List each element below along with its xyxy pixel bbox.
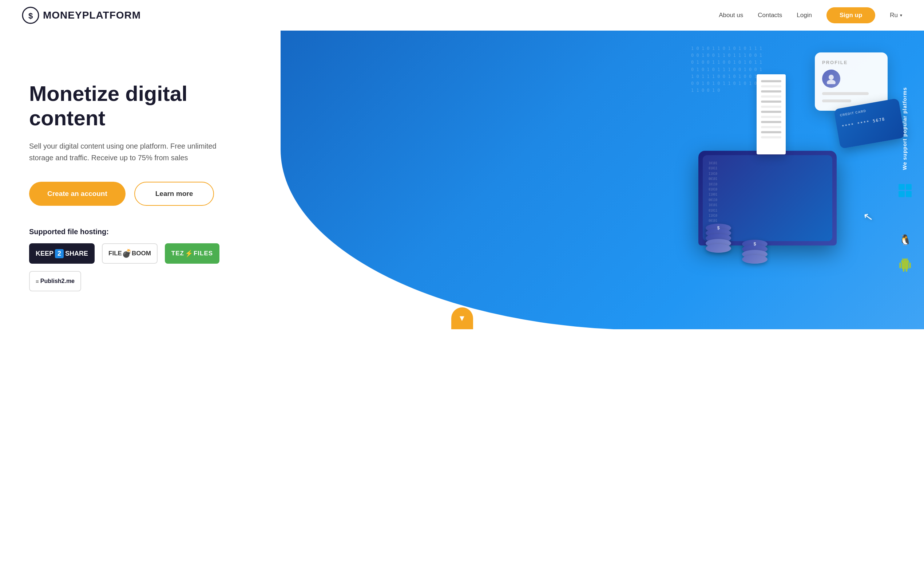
nav-contacts[interactable]: Contacts (758, 11, 782, 19)
nav-about[interactable]: About us (719, 11, 743, 19)
platform-sidebar: We support popular platforms 🐧 (897, 87, 924, 273)
linux-icon: 🐧 (897, 232, 913, 248)
profile-avatar (822, 70, 840, 88)
hosting-logos: KEEP 2 SHARE FILE 💣 BOOM TEZ ⚡ FILES (29, 243, 233, 291)
nav-login[interactable]: Login (797, 11, 812, 19)
scroll-arrow-icon: ▼ (458, 313, 466, 323)
learn-more-button[interactable]: Learn more (134, 182, 214, 206)
apple-icon (897, 207, 913, 223)
create-account-button[interactable]: Create an account (29, 182, 126, 206)
scroll-indicator[interactable]: ▼ (451, 307, 473, 329)
hero-subtitle: Sell your digital content using one plat… (29, 140, 233, 164)
cursor-icon: ↖ (862, 209, 874, 224)
svg-point-3 (827, 80, 835, 84)
hero-buttons: Create an account Learn more (29, 182, 233, 206)
header: $ MONEYPLATFORM About us Contacts Login … (0, 0, 924, 31)
receipt-illustration (757, 74, 786, 154)
hero-section: Monetize digital content Sell your digit… (0, 31, 924, 329)
language-label: Ru (890, 11, 898, 19)
signup-button[interactable]: Sign up (827, 7, 875, 23)
user-icon (826, 73, 837, 84)
logo[interactable]: $ MONEYPLATFORM (22, 6, 141, 24)
coin-stack-1: $ (706, 227, 731, 253)
hosting-section: Supported file hosting: KEEP 2 SHARE FIL… (29, 227, 233, 291)
windows-icon (897, 182, 913, 198)
svg-text:$: $ (28, 11, 33, 20)
tezfiles-logo: TEZ ⚡ FILES (165, 243, 220, 264)
svg-point-2 (829, 75, 834, 80)
keep2share-logo: KEEP 2 SHARE (29, 243, 95, 264)
logo-icon: $ (22, 6, 39, 24)
platform-sidebar-label: We support popular platforms (901, 87, 909, 170)
chevron-down-icon: ▾ (900, 13, 902, 18)
hosting-label: Supported file hosting: (29, 227, 233, 236)
scroll-button[interactable]: ▼ (451, 307, 473, 329)
coin-stack-2: $ (742, 243, 767, 264)
hero-left: Monetize digital content Sell your digit… (0, 52, 255, 313)
binary-background: 1 0 1 0 1 1 0 1 0 1 0 1 1 1 0 0 1 0 0 1 … (691, 45, 764, 154)
nav: About us Contacts Login Sign up Ru ▾ (719, 7, 902, 23)
screen-content: 1010101011110100010110110010101100100110… (703, 155, 832, 230)
android-icon (897, 257, 913, 273)
hero-title: Monetize digital content (29, 81, 233, 130)
hero-illustration: 1 0 1 0 1 1 0 1 0 1 0 1 1 1 0 0 1 0 0 1 … (691, 38, 880, 274)
logo-text: MONEYPLATFORM (43, 10, 141, 21)
publish2me-logo: ≡ Publish2.me (29, 271, 81, 291)
fileboom-logo: FILE 💣 BOOM (102, 243, 158, 264)
language-selector[interactable]: Ru ▾ (890, 11, 902, 19)
